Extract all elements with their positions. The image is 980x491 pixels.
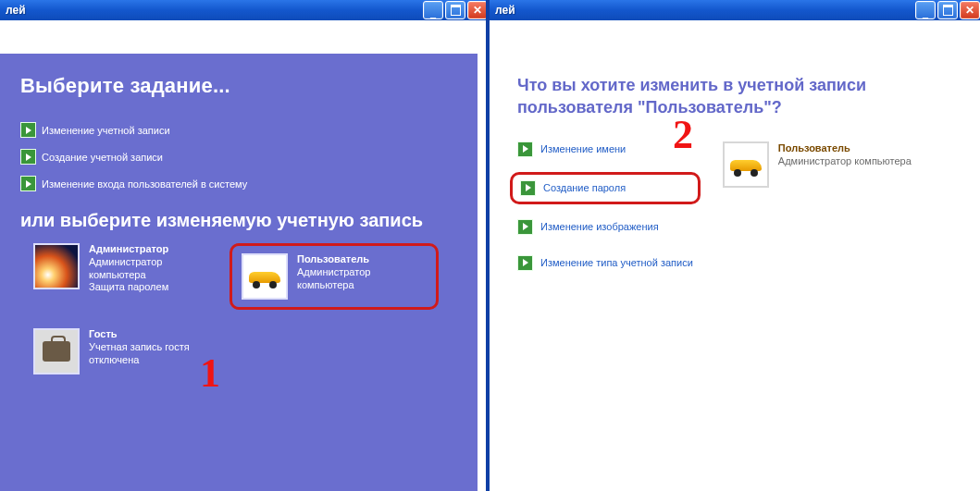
account-name: Администратор [89,243,168,256]
link-label: Изменение учетной записи [42,125,170,136]
titlebar-left: лей _ ✕ [0,0,494,20]
heading-choose-task: Выберите задание... [0,54,478,115]
titlebar-right: лей _ ✕ [490,0,980,20]
account-guest[interactable]: Гость Учетная запись гостя отключена [33,328,218,374]
avatar-admin [33,243,80,289]
annotation-number-1: 1 [200,350,220,397]
car-icon [245,257,284,296]
link-label: Изменение изображения [540,221,659,232]
link-change-picture[interactable]: Изменение изображения [517,219,693,235]
link-create-password-selected[interactable]: Создание пароля [510,172,701,204]
link-change-name[interactable]: Изменение имени [517,141,693,157]
account-role: компьютера [297,279,370,292]
account-name: Пользователь [297,253,370,266]
guest-status: Учетная запись гостя [89,341,190,354]
arrow-right-icon [20,122,36,138]
maximize-icon [451,5,461,16]
window-title-left: лей [6,4,26,17]
heading-pick-account: или выберите изменяемую учетную запись [0,208,478,232]
link-label: Создание пароля [543,182,626,193]
link-create-account[interactable]: Создание учетной записи [0,145,478,168]
account-summary: Пользователь Администратор компьютера [723,141,912,188]
avatar-guest [33,328,80,374]
annotation-number-2: 2 [673,111,693,158]
close-icon: ✕ [473,4,482,18]
guest-status: отключена [89,354,190,367]
close-button[interactable]: ✕ [467,1,488,19]
link-label: Изменение входа пользователей в систему [42,178,247,190]
avatar-user [242,253,288,300]
account-role: Администратор [89,256,168,269]
link-label: Изменение имени [540,143,626,154]
car-icon [726,145,765,184]
minimize-button[interactable]: _ [915,1,936,19]
account-user-selected[interactable]: Пользователь Администратор компьютера [229,243,439,310]
arrow-right-icon [517,219,533,235]
panel-tasks: Выберите задание... Изменение учетной за… [0,54,478,491]
maximize-button[interactable] [445,1,465,19]
link-label: Создание учетной записи [42,152,163,163]
link-change-account[interactable]: Изменение учетной записи [0,118,478,141]
minimize-icon: _ [430,6,436,20]
link-change-account-type[interactable]: Изменение типа учетной записи [517,255,693,271]
arrow-right-icon [517,255,533,271]
link-label: Изменение типа учетной записи [540,257,693,268]
minimize-icon: _ [923,6,928,20]
close-button[interactable]: ✕ [960,1,980,19]
avatar-user [723,141,769,188]
account-password-note: Защита паролем [89,281,168,294]
arrow-right-icon [517,141,533,157]
account-role: Администратор компьютера [778,154,912,167]
suitcase-icon [43,341,70,362]
window-left: Выберите задание... Изменение учетной за… [0,20,486,491]
account-admin[interactable]: Администратор Администратор компьютера З… [33,243,218,310]
account-role: Администратор [297,266,370,279]
window-right: Что вы хотите изменить в учетной записи … [490,20,980,491]
close-icon: ✕ [965,4,974,18]
maximize-button[interactable] [937,1,958,19]
account-name: Гость [89,328,190,341]
arrow-right-icon [520,180,536,196]
maximize-icon [943,5,953,16]
heading-what-to-change: Что вы хотите изменить в учетной записи … [517,74,961,119]
arrow-right-icon [20,149,36,165]
window-title-right: лей [495,4,515,17]
link-change-logon[interactable]: Изменение входа пользователей в систему [0,172,478,195]
minimize-button[interactable]: _ [423,1,443,19]
arrow-right-icon [20,176,36,191]
account-role: компьютера [89,269,168,282]
account-name: Пользователь [778,141,912,154]
